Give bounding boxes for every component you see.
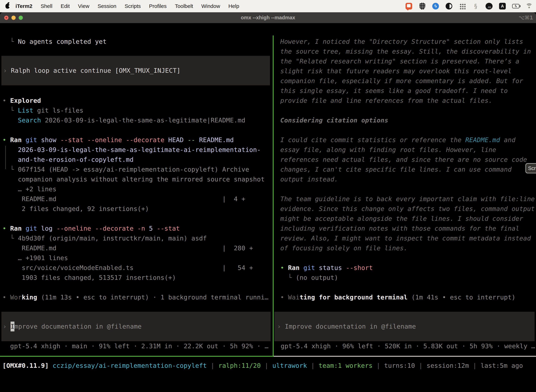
a-key-icon[interactable]: A: [499, 2, 506, 10]
menu-item-shell[interactable]: Shell: [41, 3, 53, 9]
dots-grid-icon-glyph: [459, 3, 465, 9]
pie-chart-icon-glyph: [446, 3, 452, 9]
screen-share-label: Scre: [528, 165, 536, 171]
terminal-line: └ (no output): [274, 273, 536, 283]
squiggle-icon-glyph: [474, 3, 477, 10]
terminal-line: • Ran git log --oneline --decorate -n 5 …: [0, 224, 273, 233]
terminal-line: 1903 files changed, 513517 insertions(+): [0, 273, 273, 283]
model-status-left: gpt-5.4 xhigh · main · 91% left · 2.31M …: [0, 341, 273, 351]
status-segment: |: [307, 362, 319, 369]
wifi-icon[interactable]: [526, 2, 533, 10]
terminal-line: the source tree, missing the essay. Stil…: [274, 47, 536, 56]
menu-item-profiles[interactable]: Profiles: [149, 3, 167, 9]
apple-menu[interactable]: [5, 2, 10, 10]
tmux-pane-right[interactable]: However, I noticed the "Directory Struct…: [274, 36, 536, 356]
terminal-line: The team guideline is to back every impo…: [274, 194, 536, 204]
status-segment: [OMX#0.11.9]: [2, 362, 49, 369]
terminal-line: references need actual files, and since …: [274, 155, 536, 165]
terminal-line: README.md | 4 +: [0, 194, 273, 204]
terminal-line: I could cite commit statistics or refere…: [274, 135, 536, 145]
status-segment: |: [261, 362, 273, 369]
status-segment: |: [469, 362, 481, 369]
terminal-line: 2026-03-09-is-legal-the-same-as-legitima…: [0, 145, 273, 155]
terminal-line: [274, 283, 536, 292]
minimize-button[interactable]: [11, 16, 16, 20]
menu-item-toolbelt[interactable]: Toolbelt: [175, 3, 193, 9]
status-segment: [49, 362, 53, 369]
terminal-line: [0, 125, 273, 135]
prompt-chevron-icon: ›: [3, 322, 10, 331]
terminal-area: └ No agents completed yet › Ralph loop a…: [0, 36, 536, 389]
menu-item-window[interactable]: Window: [201, 3, 220, 9]
traffic-lights: [4, 16, 23, 20]
menu-item-edit[interactable]: Edit: [61, 3, 70, 9]
status-segment: team:1 workers: [319, 362, 373, 369]
prompt-input-left[interactable]: › Improve documentation in @filename: [1, 312, 271, 341]
terminal-line: └ No agents completed yet: [0, 37, 273, 47]
shield-grid-icon[interactable]: [419, 2, 426, 10]
zoom-button[interactable]: [19, 16, 23, 20]
badge-61-icon[interactable]: ..61: [485, 2, 493, 10]
chat-icon[interactable]: [405, 2, 412, 10]
terminal-line: • Working (11m 13s • esc to interrupt) ·…: [0, 292, 273, 302]
screen-share-popup[interactable]: Scre: [526, 163, 536, 173]
terminal-line: [274, 184, 536, 194]
iterm2-window: omx --xhigh --madmax ⌥⌘1 └ No agents com…: [0, 12, 536, 389]
input-value: Improve documentation in @filename: [285, 322, 416, 331]
terminal-line: [0, 283, 273, 292]
terminal-line: README.md | 280 +: [0, 243, 273, 253]
tmux-pane-left[interactable]: └ No agents completed yet › Ralph loop a…: [0, 36, 273, 356]
squiggle-icon[interactable]: [472, 2, 479, 10]
input-value: mprove documentation in @filename: [14, 322, 142, 331]
terminal-line: review. Also, I might want to inspect th…: [274, 233, 536, 243]
battery-icon-glyph: [512, 4, 519, 9]
status-segment: ultrawork: [273, 362, 307, 369]
terminal-line: • Waiting for background terminal (1m 41…: [274, 292, 536, 302]
terminal-line: • Ran git status --short: [274, 263, 536, 273]
terminal-line: [274, 253, 536, 263]
terminal-line: However, I noticed the "Directory Struct…: [274, 37, 536, 47]
menu-item-scripts[interactable]: Scripts: [125, 3, 141, 9]
tree-connector: [5, 146, 6, 169]
terminal-line: provide file and line references from th…: [274, 96, 536, 106]
menu-item-help[interactable]: Help: [228, 3, 239, 9]
window-titlebar[interactable]: omx --xhigh --madmax ⌥⌘1: [0, 12, 536, 23]
battery-icon[interactable]: [512, 2, 519, 10]
menu-items: iTerm2ShellEditViewSessionScriptsProfile…: [15, 3, 239, 9]
terminal-line: • Ran git show --stat --oneline --decora…: [0, 135, 273, 145]
prompt-input-right[interactable]: › Improve documentation in @filename: [274, 312, 535, 341]
pie-chart-icon[interactable]: [445, 2, 453, 10]
terminal-line: [274, 125, 536, 135]
menu-item-session[interactable]: Session: [98, 3, 116, 9]
wifi-icon-glyph: [526, 3, 533, 9]
sync-lightning-icon-glyph: [432, 3, 439, 9]
dots-grid-icon[interactable]: [459, 2, 466, 10]
status-segment: cczip/essay/ai-reimplementation-copyleft: [53, 362, 207, 369]
terminal-line: essay file, along with finding root file…: [274, 145, 536, 155]
tab-shortcut-hint: ⌥⌘1: [519, 14, 533, 21]
terminal-line: └ List git ls-files: [0, 106, 273, 115]
pane-border-inactive: [274, 356, 536, 357]
close-button[interactable]: [4, 16, 9, 20]
agent-log-left: • Explored └ List git ls-files Search 20…: [0, 96, 273, 302]
terminal-line: changes, I can't cite specific file line…: [274, 165, 536, 174]
injection-text: Ralph loop active continue [OMX_TMUX_INJ…: [11, 66, 181, 75]
terminal-line: companion file, especially if more comme…: [274, 76, 536, 86]
text-cursor: I: [10, 322, 14, 331]
terminal-line: including verification notes with those …: [274, 224, 536, 233]
pane-divider[interactable]: [273, 36, 274, 356]
status-segment: last:5m ago: [481, 362, 523, 369]
sync-lightning-icon[interactable]: [432, 2, 439, 10]
prompt-chevron-icon: ›: [3, 66, 11, 75]
terminal-line: the "Related research writing" section i…: [274, 56, 536, 66]
agent-log-right: However, I noticed the "Directory Struct…: [274, 37, 536, 302]
terminal-line: └ 4b9d30f (origin/main, instructkr/main,…: [0, 233, 273, 243]
menu-bar-status-icons: ..61A: [405, 2, 533, 10]
menu-item-view[interactable]: View: [78, 3, 89, 9]
omx-status-bar: [OMX#0.11.9] cczip/essay/ai-reimplementa…: [0, 361, 536, 371]
terminal-line: evidence. Since this change only affects…: [274, 204, 536, 214]
terminal-line: └ 067f154 (HEAD -> essay/ai-reimplementa…: [0, 165, 273, 174]
model-status-right: gpt-5.4 xhigh · 96% left · 520K in · 5.8…: [274, 341, 536, 351]
shield-grid-icon-glyph: [419, 3, 425, 10]
menu-item-iterm2[interactable]: iTerm2: [15, 3, 32, 9]
